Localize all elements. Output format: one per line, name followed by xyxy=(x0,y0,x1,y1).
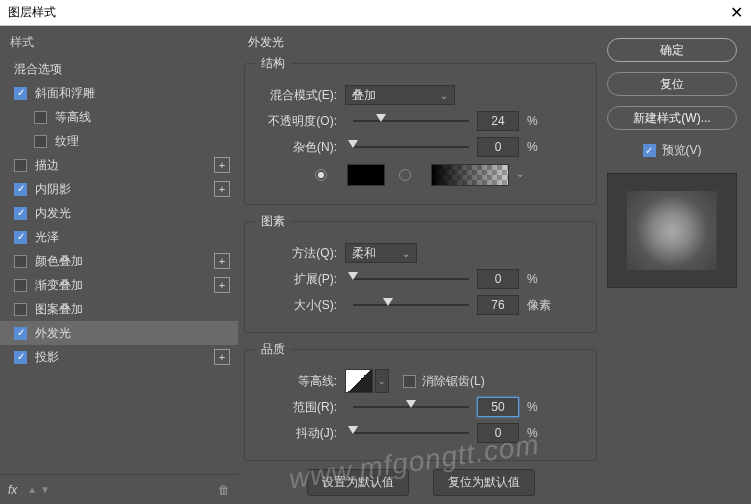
new-style-button[interactable]: 新建样式(W)... xyxy=(607,106,737,130)
panel-title: 外发光 xyxy=(248,34,597,51)
style-item[interactable]: 内发光 xyxy=(0,201,238,225)
solid-color-radio[interactable] xyxy=(315,169,327,181)
contour-picker[interactable] xyxy=(345,369,373,393)
styles-header: 样式 xyxy=(0,26,238,57)
style-checkbox[interactable] xyxy=(14,279,27,292)
preview-checkbox[interactable]: ✓ xyxy=(643,144,656,157)
style-checkbox[interactable] xyxy=(14,207,27,220)
style-checkbox[interactable] xyxy=(14,351,27,364)
opacity-input[interactable]: 24 xyxy=(477,111,519,131)
style-label: 光泽 xyxy=(35,229,59,246)
style-item[interactable]: 等高线 xyxy=(0,105,238,129)
style-item[interactable]: 斜面和浮雕 xyxy=(0,81,238,105)
style-item[interactable]: 颜色叠加+ xyxy=(0,249,238,273)
range-input[interactable]: 50 xyxy=(477,397,519,417)
noise-input[interactable]: 0 xyxy=(477,137,519,157)
gradient-swatch[interactable] xyxy=(431,164,509,186)
style-label: 内发光 xyxy=(35,205,71,222)
spread-label: 扩展(P): xyxy=(255,271,345,288)
elements-group: 图素 方法(Q): 柔和 扩展(P): 0 % 大小(S): 76 像素 xyxy=(244,213,597,333)
style-item[interactable]: 纹理 xyxy=(0,129,238,153)
style-label: 外发光 xyxy=(35,325,71,342)
window-title: 图层样式 xyxy=(8,4,56,21)
preview-label: 预览(V) xyxy=(662,142,702,159)
style-item[interactable]: 渐变叠加+ xyxy=(0,273,238,297)
title-bar: 图层样式 ✕ xyxy=(0,0,751,26)
technique-label: 方法(Q): xyxy=(255,245,345,262)
jitter-slider[interactable] xyxy=(353,425,469,441)
make-default-button[interactable]: 设置为默认值 xyxy=(307,469,409,496)
style-label: 颜色叠加 xyxy=(35,253,83,270)
trash-icon[interactable]: 🗑 xyxy=(218,483,230,497)
noise-slider[interactable] xyxy=(353,139,469,155)
blend-mode-select[interactable]: 叠加 xyxy=(345,85,455,105)
contour-dropdown-icon[interactable]: ⌄ xyxy=(375,369,389,393)
reset-button[interactable]: 复位 xyxy=(607,72,737,96)
style-checkbox[interactable] xyxy=(14,255,27,268)
antialias-checkbox[interactable] xyxy=(403,375,416,388)
spread-input[interactable]: 0 xyxy=(477,269,519,289)
styles-sidebar: 样式 混合选项 斜面和浮雕等高线纹理描边+内阴影+内发光光泽颜色叠加+渐变叠加+… xyxy=(0,26,238,504)
add-instance-icon[interactable]: + xyxy=(214,181,230,197)
ok-button[interactable]: 确定 xyxy=(607,38,737,62)
structure-group: 结构 混合模式(E): 叠加 不透明度(O): 24 % 杂色(N): 0 % xyxy=(244,55,597,205)
size-label: 大小(S): xyxy=(255,297,345,314)
style-checkbox[interactable] xyxy=(14,183,27,196)
style-label: 内阴影 xyxy=(35,181,71,198)
style-checkbox[interactable] xyxy=(14,327,27,340)
style-checkbox[interactable] xyxy=(14,87,27,100)
close-icon[interactable]: ✕ xyxy=(730,3,743,22)
style-checkbox[interactable] xyxy=(34,111,47,124)
contour-label: 等高线: xyxy=(255,373,345,390)
style-list: 混合选项 斜面和浮雕等高线纹理描边+内阴影+内发光光泽颜色叠加+渐变叠加+图案叠… xyxy=(0,57,238,474)
action-column: 确定 复位 新建样式(W)... ✓ 预览(V) xyxy=(607,26,751,504)
style-item[interactable]: 图案叠加 xyxy=(0,297,238,321)
settings-panel: 外发光 结构 混合模式(E): 叠加 不透明度(O): 24 % 杂色(N): … xyxy=(238,26,607,504)
technique-select[interactable]: 柔和 xyxy=(345,243,417,263)
add-instance-icon[interactable]: + xyxy=(214,349,230,365)
preview-thumbnail xyxy=(607,173,737,288)
style-item[interactable]: 光泽 xyxy=(0,225,238,249)
style-checkbox[interactable] xyxy=(34,135,47,148)
range-slider[interactable] xyxy=(353,399,469,415)
add-instance-icon[interactable]: + xyxy=(214,253,230,269)
spread-slider[interactable] xyxy=(353,271,469,287)
opacity-label: 不透明度(O): xyxy=(255,113,345,130)
sidebar-footer: fx ▲ ▼ 🗑 xyxy=(0,474,238,504)
style-item[interactable]: 内阴影+ xyxy=(0,177,238,201)
gradient-radio[interactable] xyxy=(399,169,411,181)
style-checkbox[interactable] xyxy=(14,159,27,172)
blend-mode-label: 混合模式(E): xyxy=(255,87,345,104)
size-input[interactable]: 76 xyxy=(477,295,519,315)
range-label: 范围(R): xyxy=(255,399,345,416)
style-item[interactable]: 描边+ xyxy=(0,153,238,177)
style-label: 等高线 xyxy=(55,109,91,126)
style-checkbox[interactable] xyxy=(14,231,27,244)
style-label: 描边 xyxy=(35,157,59,174)
reset-default-button[interactable]: 复位为默认值 xyxy=(433,469,535,496)
add-instance-icon[interactable]: + xyxy=(214,157,230,173)
add-instance-icon[interactable]: + xyxy=(214,277,230,293)
antialias-label: 消除锯齿(L) xyxy=(422,373,485,390)
style-item[interactable]: 投影+ xyxy=(0,345,238,369)
noise-label: 杂色(N): xyxy=(255,139,345,156)
style-label: 渐变叠加 xyxy=(35,277,83,294)
fx-icon[interactable]: fx xyxy=(8,483,17,497)
style-item[interactable]: 外发光 xyxy=(0,321,238,345)
color-swatch[interactable] xyxy=(347,164,385,186)
up-down-icon[interactable]: ▲ ▼ xyxy=(27,484,50,495)
opacity-slider[interactable] xyxy=(353,113,469,129)
quality-group: 品质 等高线: ⌄ 消除锯齿(L) 范围(R): 50 % 抖动(J): xyxy=(244,341,597,461)
style-label: 图案叠加 xyxy=(35,301,83,318)
jitter-input[interactable]: 0 xyxy=(477,423,519,443)
blend-options-item[interactable]: 混合选项 xyxy=(0,57,238,81)
jitter-label: 抖动(J): xyxy=(255,425,345,442)
style-label: 纹理 xyxy=(55,133,79,150)
size-slider[interactable] xyxy=(353,297,469,313)
style-label: 投影 xyxy=(35,349,59,366)
style-checkbox[interactable] xyxy=(14,303,27,316)
style-label: 斜面和浮雕 xyxy=(35,85,95,102)
